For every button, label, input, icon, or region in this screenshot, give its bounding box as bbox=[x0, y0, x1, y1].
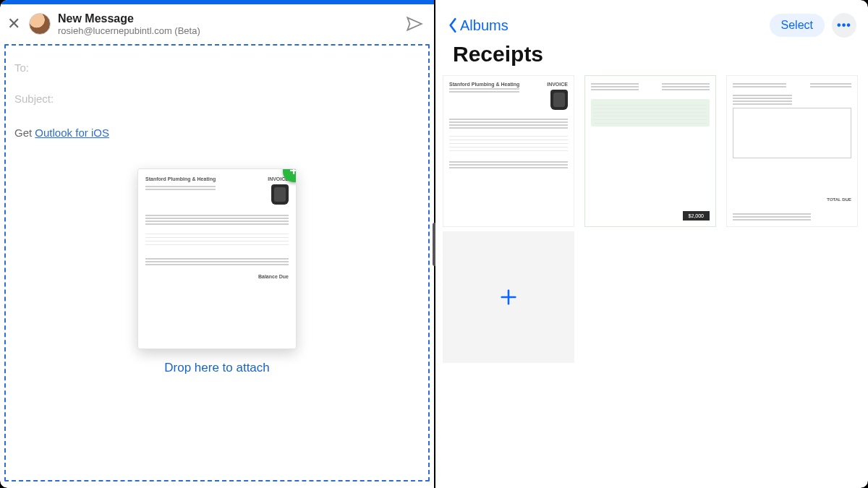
chevron-left-icon bbox=[447, 17, 459, 33]
send-icon[interactable] bbox=[405, 14, 424, 33]
back-label: Albums bbox=[460, 17, 509, 34]
add-photo-tile[interactable] bbox=[443, 231, 574, 363]
photo-thumbnail[interactable]: Stanford Plumbing & Heating INVOICE bbox=[443, 75, 574, 227]
drag-preview[interactable]: + Stanford Plumbing & Heating INVOICE bbox=[137, 168, 297, 375]
body-prefix: Get bbox=[14, 127, 35, 139]
to-field[interactable]: To: bbox=[12, 54, 422, 81]
thumb-total-badge: $2,000 bbox=[683, 211, 710, 221]
drop-caption: Drop here to attach bbox=[137, 361, 297, 375]
photos-header: Albums Select ••• bbox=[435, 0, 868, 40]
thumbnail-grid: Stanford Plumbing & Heating INVOICE bbox=[435, 72, 868, 227]
album-title: Receipts bbox=[435, 40, 868, 72]
plus-icon bbox=[498, 287, 519, 307]
thumb-doc-label: INVOICE bbox=[547, 82, 568, 87]
more-icon[interactable]: ••• bbox=[832, 13, 856, 38]
invoice-total-label: Balance Due bbox=[145, 274, 289, 279]
photo-thumbnail[interactable]: TOTAL DUE bbox=[726, 75, 858, 227]
attachment-dropzone[interactable]: To: Subject: Get Outlook for iOS + Stanf… bbox=[4, 44, 430, 481]
outlook-ios-link[interactable]: Outlook for iOS bbox=[35, 127, 109, 139]
subject-field[interactable]: Subject: bbox=[12, 85, 422, 112]
photo-thumbnail[interactable]: $2,000 bbox=[584, 75, 716, 227]
back-button[interactable]: Albums bbox=[447, 17, 509, 34]
compose-body[interactable]: Get Outlook for iOS bbox=[12, 112, 422, 139]
compose-header: ✕ New Message rosieh@lucernepubintl.com … bbox=[0, 4, 434, 44]
thumb-logo-icon bbox=[550, 90, 568, 110]
avatar[interactable] bbox=[29, 13, 51, 35]
outlook-compose-pane: ✕ New Message rosieh@lucernepubintl.com … bbox=[0, 0, 434, 488]
thumb-total-label: TOTAL DUE bbox=[827, 197, 851, 202]
compose-from: rosieh@lucernepubintl.com (Beta) bbox=[58, 25, 398, 37]
thumb-company: Stanford Plumbing & Heating bbox=[449, 82, 519, 87]
close-icon[interactable]: ✕ bbox=[7, 16, 22, 32]
invoice-logo-icon bbox=[271, 184, 289, 205]
select-button[interactable]: Select bbox=[770, 14, 825, 37]
compose-title: New Message bbox=[58, 12, 398, 25]
thumb-table-box bbox=[733, 108, 851, 158]
split-view: ✕ New Message rosieh@lucernepubintl.com … bbox=[0, 0, 868, 488]
invoice-company: Stanford Plumbing & Heating bbox=[145, 176, 216, 181]
photos-album-pane: Albums Select ••• Receipts Stanford Plum… bbox=[435, 0, 868, 488]
drag-preview-card: + Stanford Plumbing & Heating INVOICE bbox=[137, 168, 297, 349]
